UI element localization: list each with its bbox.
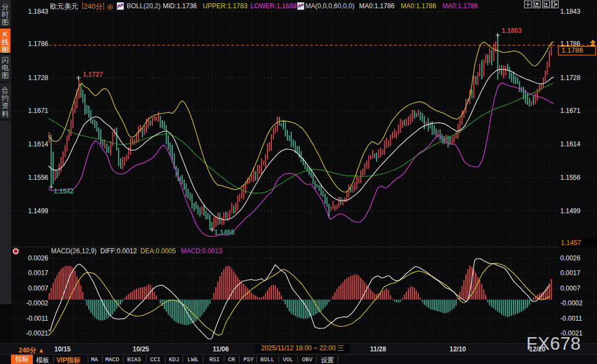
svg-text:1.1542: 1.1542 [54, 187, 74, 195]
svg-text:1.1727: 1.1727 [83, 71, 103, 78]
svg-text:1.1468: 1.1468 [214, 229, 235, 236]
svg-text:1.1803: 1.1803 [502, 27, 522, 35]
